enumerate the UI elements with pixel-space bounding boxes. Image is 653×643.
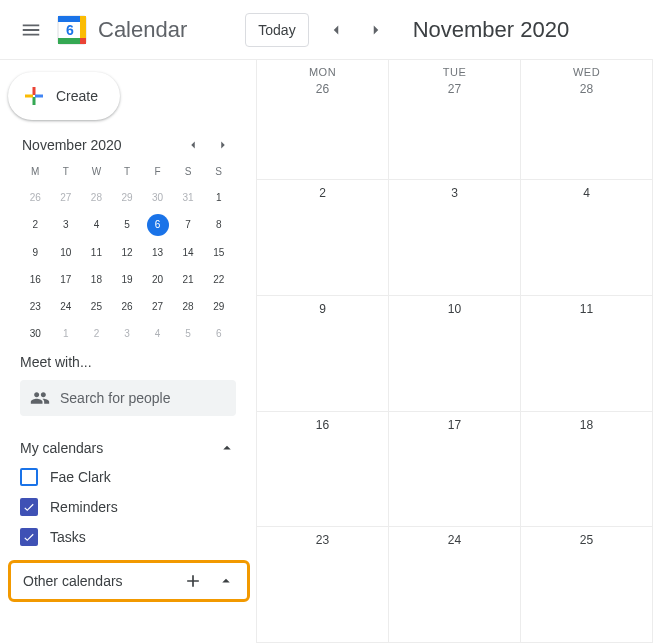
grid-header-cell[interactable]: TUE27 xyxy=(389,60,521,180)
mini-day[interactable]: 13 xyxy=(142,242,173,263)
mini-day[interactable]: 29 xyxy=(112,187,143,208)
mini-day[interactable]: 28 xyxy=(173,296,204,317)
mini-day[interactable]: 30 xyxy=(20,323,51,344)
grid-cell[interactable]: 3 xyxy=(389,180,521,296)
grid-date: 27 xyxy=(389,82,520,96)
sidebar: Create November 2020 MTWTFSS262728293031… xyxy=(0,60,256,643)
mini-day[interactable]: 19 xyxy=(112,269,143,290)
grid-cell[interactable]: 18 xyxy=(521,412,653,528)
mini-day[interactable]: 23 xyxy=(20,296,51,317)
mini-dow: F xyxy=(142,162,173,181)
mini-day[interactable]: 27 xyxy=(142,296,173,317)
calendar-checkbox[interactable] xyxy=(20,468,38,486)
main-menu-icon[interactable] xyxy=(12,11,50,49)
mini-day[interactable]: 20 xyxy=(142,269,173,290)
prev-period-button[interactable] xyxy=(323,17,349,43)
calendar-checkbox[interactable] xyxy=(20,528,38,546)
plus-multicolor-icon xyxy=(22,84,46,108)
grid-date: 3 xyxy=(389,186,520,200)
mini-day[interactable]: 7 xyxy=(173,214,204,236)
mini-day[interactable]: 5 xyxy=(173,323,204,344)
calendar-checkbox[interactable] xyxy=(20,498,38,516)
create-button[interactable]: Create xyxy=(8,72,120,120)
mini-day[interactable]: 5 xyxy=(112,214,143,236)
mini-day[interactable]: 30 xyxy=(142,187,173,208)
mini-day[interactable]: 25 xyxy=(81,296,112,317)
grid-cell[interactable]: 10 xyxy=(389,296,521,412)
grid-date: 26 xyxy=(257,82,388,96)
mini-day[interactable]: 8 xyxy=(203,214,234,236)
today-button[interactable]: Today xyxy=(245,13,308,47)
mini-day[interactable]: 3 xyxy=(112,323,143,344)
chevron-up-icon xyxy=(218,439,236,457)
add-other-calendar-button[interactable] xyxy=(183,571,203,591)
mini-day[interactable]: 29 xyxy=(203,296,234,317)
calendar-item[interactable]: Fae Clark xyxy=(20,462,236,492)
mini-day[interactable]: 12 xyxy=(112,242,143,263)
mini-day[interactable]: 1 xyxy=(203,187,234,208)
grid-cell[interactable]: 4 xyxy=(521,180,653,296)
grid-date: 10 xyxy=(389,302,520,316)
search-people-input[interactable]: Search for people xyxy=(20,380,236,416)
svg-rect-6 xyxy=(33,87,36,95)
other-calendars-toggle[interactable]: Other calendars xyxy=(23,571,235,591)
mini-day[interactable]: 17 xyxy=(51,269,82,290)
mini-day[interactable]: 14 xyxy=(173,242,204,263)
calendar-item[interactable]: Reminders xyxy=(20,492,236,522)
grid-date: 23 xyxy=(257,533,388,547)
grid-cell[interactable]: 2 xyxy=(257,180,389,296)
mini-day[interactable]: 6 xyxy=(203,323,234,344)
grid-date: 17 xyxy=(389,418,520,432)
mini-dow: T xyxy=(51,162,82,181)
calendar-grid[interactable]: MON26TUE27WED2823491011161718232425 xyxy=(256,60,653,643)
mini-day[interactable]: 26 xyxy=(20,187,51,208)
svg-rect-4 xyxy=(80,38,86,44)
other-calendars-section: Other calendars xyxy=(8,560,250,602)
mini-day[interactable]: 28 xyxy=(81,187,112,208)
mini-day[interactable]: 9 xyxy=(20,242,51,263)
grid-date: 9 xyxy=(257,302,388,316)
calendar-logo-icon: 6 xyxy=(54,12,90,48)
grid-header-cell[interactable]: MON26 xyxy=(257,60,389,180)
mini-day[interactable]: 3 xyxy=(51,214,82,236)
mini-day[interactable]: 4 xyxy=(81,214,112,236)
grid-dow: MON xyxy=(257,66,388,78)
mini-day[interactable]: 27 xyxy=(51,187,82,208)
mini-day[interactable]: 2 xyxy=(20,214,51,236)
mini-next-button[interactable] xyxy=(214,136,232,154)
mini-prev-button[interactable] xyxy=(184,136,202,154)
mini-day[interactable]: 4 xyxy=(142,323,173,344)
mini-day[interactable]: 24 xyxy=(51,296,82,317)
mini-day[interactable]: 16 xyxy=(20,269,51,290)
svg-rect-8 xyxy=(25,95,33,98)
grid-cell[interactable]: 11 xyxy=(521,296,653,412)
app-header: 6 Calendar Today November 2020 xyxy=(0,0,653,60)
mini-day[interactable]: 21 xyxy=(173,269,204,290)
grid-cell[interactable]: 9 xyxy=(257,296,389,412)
grid-header-cell[interactable]: WED28 xyxy=(521,60,653,180)
grid-cell[interactable]: 23 xyxy=(257,527,389,643)
mini-day[interactable]: 18 xyxy=(81,269,112,290)
svg-rect-7 xyxy=(33,97,36,105)
grid-date: 24 xyxy=(389,533,520,547)
mini-day[interactable]: 11 xyxy=(81,242,112,263)
mini-day[interactable]: 15 xyxy=(203,242,234,263)
mini-day[interactable]: 1 xyxy=(51,323,82,344)
mini-day[interactable]: 2 xyxy=(81,323,112,344)
people-icon xyxy=(30,388,50,408)
calendar-label: Reminders xyxy=(50,499,118,515)
grid-cell[interactable]: 16 xyxy=(257,412,389,528)
mini-day[interactable]: 26 xyxy=(112,296,143,317)
grid-dow: TUE xyxy=(389,66,520,78)
mini-day[interactable]: 10 xyxy=(51,242,82,263)
grid-cell[interactable]: 25 xyxy=(521,527,653,643)
mini-day[interactable]: 6 xyxy=(147,214,169,236)
mini-calendar: November 2020 MTWTFSS2627282930311234567… xyxy=(0,120,256,344)
my-calendars-toggle[interactable]: My calendars xyxy=(20,434,236,462)
grid-cell[interactable]: 24 xyxy=(389,527,521,643)
mini-day[interactable]: 22 xyxy=(203,269,234,290)
next-period-button[interactable] xyxy=(363,17,389,43)
calendar-item[interactable]: Tasks xyxy=(20,522,236,552)
grid-cell[interactable]: 17 xyxy=(389,412,521,528)
mini-day[interactable]: 31 xyxy=(173,187,204,208)
